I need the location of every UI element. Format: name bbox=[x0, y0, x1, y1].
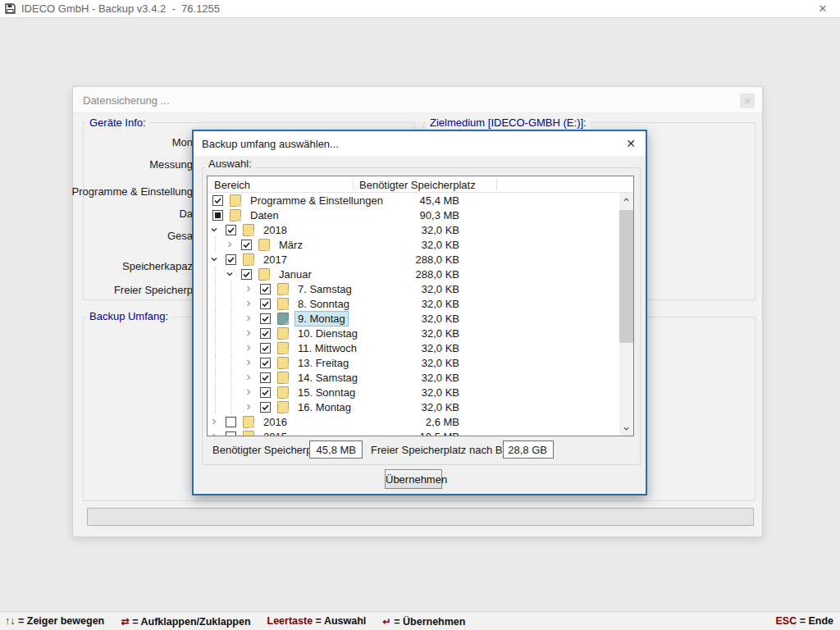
tree-item-label: 2015 bbox=[261, 430, 290, 437]
tree-row[interactable]: 7. Samstag32,0 KB bbox=[208, 281, 619, 296]
scroll-up-icon[interactable] bbox=[619, 193, 633, 207]
checkbox[interactable] bbox=[260, 313, 271, 324]
tree-row[interactable]: 10. Dienstag32,0 KB bbox=[208, 326, 619, 340]
chevron-down-icon[interactable] bbox=[210, 255, 226, 263]
folder-icon bbox=[230, 209, 241, 221]
column-header-bereich[interactable]: Bereich bbox=[214, 179, 250, 191]
column-header-speicherplatz[interactable]: Benötigter Speicherplatz bbox=[359, 179, 476, 191]
device-info-label: Speicherkapaz bbox=[16, 260, 193, 272]
tree-item-label: 13. Freitag bbox=[295, 356, 351, 370]
folder-icon bbox=[277, 327, 289, 340]
chevron-right-icon[interactable] bbox=[244, 373, 260, 381]
checkbox[interactable] bbox=[260, 387, 271, 398]
column-separator bbox=[496, 179, 497, 190]
checkbox[interactable] bbox=[260, 299, 271, 309]
chevron-down-icon[interactable] bbox=[226, 270, 241, 278]
group-label-backup-umfang: Backup Umfang: bbox=[86, 310, 171, 322]
tree-row[interactable]: 2017288,0 KB bbox=[208, 252, 619, 267]
tree-item-label: 16. Montag bbox=[295, 400, 354, 414]
free-space-field[interactable]: 28,8 GB bbox=[503, 441, 554, 459]
device-info-label: Programme & Einstellung bbox=[16, 185, 193, 198]
chevron-right-icon[interactable] bbox=[244, 314, 260, 322]
column-separator bbox=[353, 179, 354, 190]
tree-row[interactable]: 13. Freitag32,0 KB bbox=[208, 355, 619, 370]
tree-row[interactable]: 8. Sonntag32,0 KB bbox=[208, 296, 619, 311]
apply-button[interactable]: Übernehmen bbox=[385, 469, 442, 489]
list-header: Bereich Benötigter Speicherplatz bbox=[208, 176, 633, 193]
checkbox[interactable] bbox=[241, 269, 252, 280]
chevron-right-icon[interactable] bbox=[244, 299, 260, 308]
tree-row[interactable]: 16. Montag32,0 KB bbox=[208, 399, 619, 414]
tree-item-size: 32,0 KB bbox=[359, 298, 459, 310]
checkbox[interactable] bbox=[260, 343, 271, 354]
scrollbar[interactable] bbox=[619, 193, 633, 436]
checkbox[interactable] bbox=[260, 284, 271, 294]
tree-item-size: 32,0 KB bbox=[359, 386, 459, 399]
tree-row[interactable]: 201510,5 MB bbox=[208, 429, 619, 436]
window-close-icon[interactable]: ✕ bbox=[740, 94, 755, 108]
checkbox[interactable] bbox=[212, 210, 223, 221]
checkbox[interactable] bbox=[260, 328, 271, 339]
key-expand-icon: ⇄ bbox=[121, 616, 129, 628]
tree-item-size: 45,4 MB bbox=[359, 194, 459, 207]
checkbox[interactable] bbox=[212, 195, 223, 206]
tree-row[interactable]: Programme & Einstellungen45,4 MB bbox=[208, 193, 619, 208]
checkbox[interactable] bbox=[241, 240, 252, 250]
scrollbar-thumb[interactable] bbox=[619, 210, 633, 343]
key-enter-icon: ↵ bbox=[382, 616, 390, 628]
required-space-field[interactable]: 45,8 MB bbox=[309, 441, 363, 459]
chevron-right-icon[interactable] bbox=[210, 432, 226, 436]
window-titlebar: Datensicherung ... ✕ bbox=[73, 87, 762, 113]
tree-row[interactable]: 9. Montag32,0 KB bbox=[208, 311, 619, 326]
tree-row[interactable]: 15. Sonntag32,0 KB bbox=[208, 385, 619, 399]
tree-row[interactable]: 20162,6 MB bbox=[208, 414, 619, 429]
chevron-down-icon[interactable] bbox=[210, 226, 226, 234]
tree-guide-line bbox=[231, 281, 231, 296]
tree-guide-line bbox=[215, 296, 216, 311]
app-titlebar: IDECO GmbH - Backup v3.4.2 - 76.1255 ✕ bbox=[0, 0, 840, 18]
tree-guide-line bbox=[231, 311, 231, 326]
folder-icon bbox=[277, 401, 289, 413]
checkbox[interactable] bbox=[226, 431, 236, 437]
tree-row[interactable]: Daten90,3 MB bbox=[208, 208, 619, 222]
checkbox[interactable] bbox=[260, 372, 271, 383]
dialog-close-icon[interactable]: ✕ bbox=[621, 135, 641, 153]
tree-guide-line bbox=[215, 281, 216, 296]
chevron-right-icon[interactable] bbox=[244, 358, 260, 367]
folder-icon bbox=[230, 194, 241, 207]
device-info-label: Gesa bbox=[16, 230, 193, 242]
tree-row[interactable]: 14. Samstag32,0 KB bbox=[208, 370, 619, 385]
tree-row[interactable]: 11. Mittwoch32,0 KB bbox=[208, 340, 619, 355]
checkbox[interactable] bbox=[226, 254, 236, 265]
tree-item-size: 90,3 MB bbox=[359, 209, 459, 221]
checkbox[interactable] bbox=[226, 417, 236, 427]
chevron-right-icon[interactable] bbox=[244, 388, 260, 396]
key-esc: ESC bbox=[775, 615, 797, 627]
tree-item-size: 32,0 KB bbox=[359, 401, 459, 413]
folder-icon bbox=[243, 416, 254, 428]
folder-icon bbox=[277, 313, 289, 325]
chevron-right-icon[interactable] bbox=[244, 344, 260, 352]
tree-guide-line bbox=[215, 326, 216, 340]
chevron-right-icon[interactable] bbox=[210, 418, 226, 426]
checkbox[interactable] bbox=[226, 225, 236, 235]
checkbox[interactable] bbox=[260, 358, 271, 368]
tree-row[interactable]: 201832,0 KB bbox=[208, 222, 619, 237]
folder-icon bbox=[277, 386, 289, 399]
tree-row[interactable]: März32,0 KB bbox=[208, 237, 619, 252]
tree-guide-line bbox=[231, 296, 231, 311]
chevron-right-icon[interactable] bbox=[244, 329, 260, 337]
tree-row[interactable]: Januar288,0 KB bbox=[208, 267, 619, 281]
checkbox[interactable] bbox=[260, 402, 271, 413]
folder-icon bbox=[277, 357, 289, 369]
window-title: Datensicherung ... bbox=[83, 94, 170, 107]
folder-icon bbox=[243, 224, 254, 236]
chevron-right-icon[interactable] bbox=[226, 240, 241, 249]
tree-guide-line bbox=[231, 370, 231, 385]
chevron-right-icon[interactable] bbox=[244, 285, 260, 293]
tree-item-label: 7. Samstag bbox=[295, 282, 354, 296]
chevron-right-icon[interactable] bbox=[244, 403, 260, 411]
tree-rows: Programme & Einstellungen45,4 MBDaten90,… bbox=[208, 193, 619, 436]
scroll-down-icon[interactable] bbox=[619, 422, 633, 436]
app-close-icon[interactable]: ✕ bbox=[810, 2, 835, 15]
